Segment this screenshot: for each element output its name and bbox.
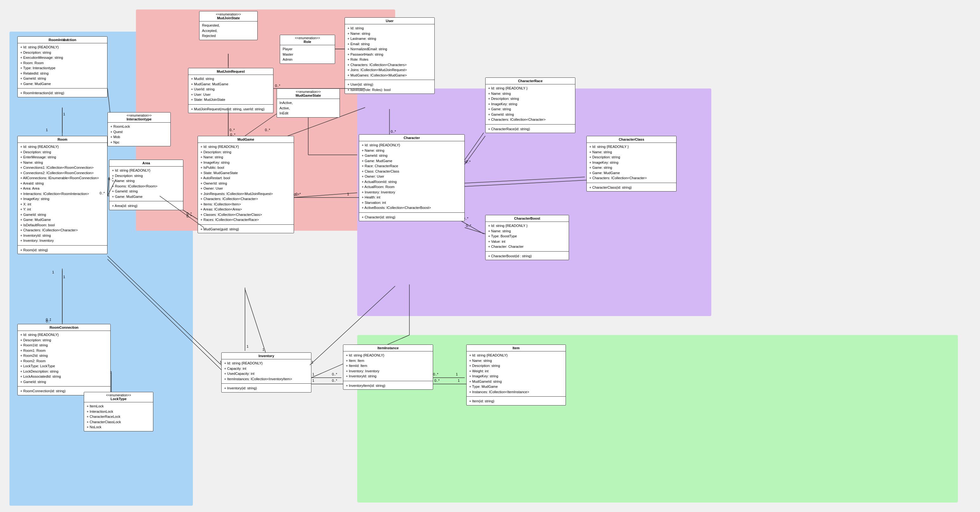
box-iteminstance: ItemInstance + Id: string {READONLY} + I…: [343, 345, 433, 390]
box-characterclass-methods: + CharacterClass(id: string): [587, 184, 676, 192]
box-area-body: + Id: string {READONLY} + Description: s…: [110, 167, 183, 200]
box-area: Area + Id: string {READONLY} + Descripti…: [109, 160, 183, 210]
box-inventory: Inventory + Id: string {READONLY} + Capa…: [221, 352, 312, 393]
box-roominteraction-body: + Id: string {READONLY} + Description: s…: [18, 43, 107, 87]
box-roominteraction-methods: + RoomInteraction(id: string): [18, 89, 107, 97]
box-locktype-header: <<enumeration>> LockType: [84, 392, 153, 402]
box-characterrace: CharacterRace + Id: string {READONLY } +…: [485, 78, 575, 133]
box-characterrace-header: CharacterRace: [485, 78, 575, 84]
svg-line-69: [245, 289, 266, 352]
box-mudgame-body: + Id: string {READONLY} + Description: s…: [198, 143, 294, 224]
box-user: User + Id: string + Name: string + Lastn…: [345, 17, 435, 94]
box-character-header: Character: [359, 135, 465, 141]
box-characterclass: CharacterClass + Id: string {READONLY } …: [586, 136, 676, 192]
box-interactiontype: <<enumeration>> Interactiontype + RoomLo…: [108, 112, 171, 146]
diagram-container: 1 0..* 1 0..* 0..* 0..* 0..*: [0, 0, 980, 512]
svg-text:1: 1: [312, 372, 314, 376]
box-character-methods: + Character(id: string): [359, 213, 465, 221]
svg-text:1: 1: [312, 360, 313, 364]
svg-text:1: 1: [262, 348, 264, 351]
box-role-header: <<enumeration>> Role: [280, 35, 335, 45]
box-mudgame: MudGame + Id: string {READONLY} + Descri…: [197, 136, 294, 233]
box-characterboost-methods: + CharacterBoost(id : string): [485, 252, 569, 260]
box-item-header: Item: [467, 345, 566, 351]
box-item-methods: + Item(id: string): [467, 397, 566, 405]
box-roomconnection: RoomConnection + Id: string {READONLY} +…: [18, 324, 111, 395]
box-characterclass-body: + Id: string {READONLY } + Name: string …: [587, 143, 676, 182]
box-mudjoinrequest-header: MudJoinRequest: [188, 68, 273, 75]
box-locktype: <<enumeration>> LockType + ItemLock + In…: [84, 392, 153, 431]
box-roominteraction: RoomInteraction + Id: string {READONLY} …: [18, 37, 108, 97]
box-area-header: Area: [110, 160, 183, 167]
svg-text:1: 1: [247, 345, 248, 348]
box-user-body: + Id: string + Name: string + Lastname: …: [345, 24, 434, 79]
box-inventory-body: + Id: string {READONLY} + Capacity: int …: [222, 359, 311, 383]
box-item: Item + Id: string {READONLY} + Name: str…: [466, 345, 566, 405]
svg-text:0..*: 0..*: [332, 372, 337, 376]
box-mudgamestate-header: <<enumeration>> MudGameState: [277, 89, 339, 99]
region-green: [357, 335, 958, 502]
box-iteminstance-body: + Id: string {READONLY} + Item: Item + I…: [343, 351, 433, 380]
box-mudjoinstate-header: <<enumeration>> MudJoinState: [199, 11, 257, 21]
box-area-methods: + Area(id: string): [110, 202, 183, 210]
box-character: Character + Id: string {READONLY} + Name…: [359, 134, 465, 221]
box-mudgamestate: <<enumeration>> MudGameState InActive, A…: [277, 89, 340, 118]
box-item-body: + Id: string {READONLY} + Name: string +…: [467, 351, 566, 396]
box-inventory-methods: + Inventory(id: string): [222, 384, 311, 392]
box-mudjoinstate-body: Requested, Accepted, Rejected: [199, 21, 257, 40]
box-inventory-header: Inventory: [222, 353, 311, 359]
box-mudjoinrequest: MudJoinRequest + MudId: string + MudGame…: [188, 68, 274, 113]
box-characterboost-header: CharacterBoost: [485, 215, 569, 222]
box-locktype-body: + ItemLock + InteractionLock + Character…: [84, 402, 153, 431]
box-character-body: + Id: string {READONLY} + Name: string +…: [359, 141, 465, 212]
box-room-body: + Id: string {READONLY} + Description: s…: [18, 143, 107, 245]
svg-text:1: 1: [312, 378, 314, 382]
box-role: <<enumeration>> Role Player Master Admin: [280, 35, 335, 64]
box-characterclass-header: CharacterClass: [587, 136, 676, 143]
box-mudjoinstate: <<enumeration>> MudJoinState Requested, …: [199, 11, 258, 40]
box-interactiontype-header: <<enumeration>> Interactiontype: [108, 113, 170, 122]
box-mudgame-methods: + MudGame(guid: string): [198, 225, 294, 233]
box-iteminstance-header: ItemInstance: [343, 345, 433, 351]
box-mudjoinrequest-body: + MudId: string + MudGame: MudGame + Use…: [188, 75, 273, 104]
svg-text:0..*: 0..*: [332, 378, 337, 382]
box-room-methods: + Room(id: string): [18, 246, 107, 254]
box-characterrace-methods: + CharacterRace(id: string): [485, 125, 575, 133]
box-roomconnection-header: RoomConnection: [18, 324, 110, 331]
box-room-header: Room: [18, 136, 107, 143]
box-room: Room + Id: string {READONLY} + Descripti…: [18, 136, 108, 254]
box-interactiontype-body: + RoomLock + Quest + Mob + Npc: [108, 122, 170, 146]
box-characterrace-body: + Id: string {READONLY } + Name: string …: [485, 84, 575, 124]
box-role-body: Player Master Admin: [280, 45, 335, 64]
box-iteminstance-methods: + InventoryItem(id: string): [343, 382, 433, 390]
box-mudgamestate-body: InActive, Active, InEdit: [277, 99, 339, 117]
box-mudjoinrequest-methods: + MudJoinRequest(mudId: string, userId: …: [188, 105, 273, 113]
box-roominteraction-header: RoomInteraction: [18, 37, 107, 43]
box-characterboost-body: + Id: string {READONLY } + Name: string …: [485, 222, 569, 251]
box-user-header: User: [345, 18, 434, 24]
box-characterboost: CharacterBoost + Id: string {READONLY } …: [485, 215, 569, 260]
box-mudgame-header: MudGame: [198, 136, 294, 143]
box-roomconnection-body: + Id: string {READONLY} + Description: s…: [18, 331, 110, 386]
box-user-methods: + User(id: string) + IsInRole(role: Role…: [345, 81, 434, 94]
